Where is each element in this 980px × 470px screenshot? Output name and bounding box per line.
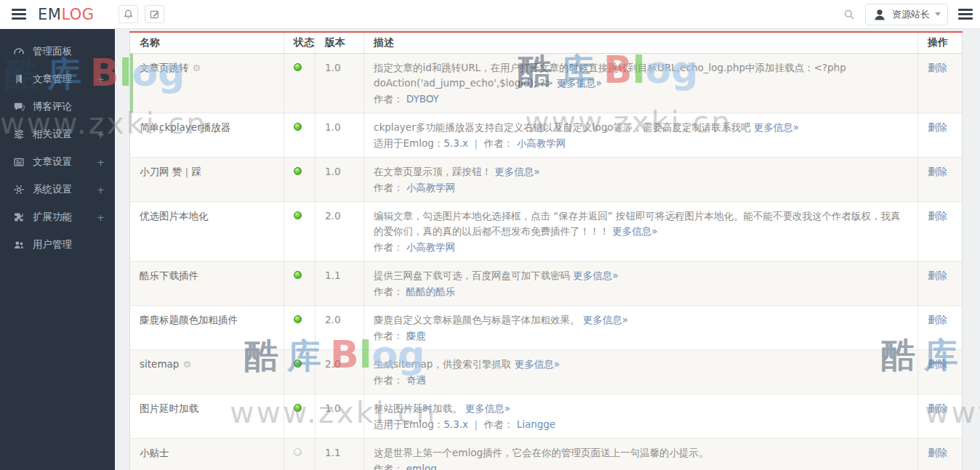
sidebar-item-article-settings[interactable]: 文章设置+: [0, 148, 115, 176]
sidebar-item-related[interactable]: 相关设置+: [0, 121, 115, 148]
control-sidebar-toggle-icon[interactable]: [958, 7, 973, 22]
dashboard-icon: [13, 46, 25, 57]
sidebar: 管理面板文章管理+博客评论相关设置+文章设置+系统设置+扩展功能+用户管理: [0, 29, 115, 470]
sidebar-item-articles[interactable]: 文章管理+: [0, 65, 115, 93]
plugin-desc-cell: 生成sitemap，供搜索引擎抓取 更多信息»作者： 奇遇: [364, 350, 918, 394]
sidebar-item-users[interactable]: 用户管理: [0, 231, 115, 259]
meta-text: 适用于Emlog：: [374, 418, 443, 430]
plugin-name-cell: 文章页跳转⚙: [130, 54, 284, 113]
plugin-status-cell: [284, 54, 316, 113]
delete-link[interactable]: 删除: [928, 210, 947, 222]
plugin-name-cell: 图片延时加载: [130, 394, 284, 439]
plugin-description: 生成sitemap，供搜索引擎抓取 更多信息»: [374, 357, 910, 372]
plugin-name-cell: 小刀网 赞｜踩: [130, 158, 284, 202]
user-menu[interactable]: 资源站长: [865, 4, 948, 25]
more-info-link[interactable]: 更多信息»: [583, 314, 628, 325]
author-link[interactable]: 小高教学网: [517, 137, 566, 149]
status-active-dot[interactable]: [294, 123, 302, 131]
status-active-dot[interactable]: [294, 271, 302, 279]
plugin-desc-cell: 指定文章的id和跳转URL，在用户打开文章的时候直接跳转到目标URL,echo_…: [364, 54, 918, 113]
plugin-name: 文章页跳转: [140, 62, 189, 73]
author-link[interactable]: 麋鹿: [406, 330, 426, 341]
plugin-name-cell: 小贴士: [130, 439, 284, 470]
plugin-settings-gear-icon[interactable]: ⚙: [182, 359, 191, 370]
author-link[interactable]: 酷酷的酷乐: [406, 285, 456, 297]
chevron-down-icon: [935, 12, 941, 16]
plugin-status-cell: [284, 394, 316, 439]
plugin-name-cell: 优选图片本地化: [130, 202, 284, 262]
sidebar-toggle-icon[interactable]: [12, 7, 26, 23]
puzzle-icon: [13, 211, 25, 223]
delete-link[interactable]: 删除: [928, 166, 947, 177]
plugin-action-cell: 删除: [918, 262, 963, 306]
author-link[interactable]: Liangge: [517, 418, 556, 430]
sidebar-item-label: 用户管理: [33, 238, 105, 251]
status-active-dot[interactable]: [294, 167, 302, 175]
sidebar-item-label: 管理面板: [33, 45, 105, 58]
status-active-dot[interactable]: [294, 404, 302, 412]
more-info-link[interactable]: 更多信息»: [612, 225, 657, 237]
plugin-status-cell: [284, 158, 316, 202]
sidebar-item-comments[interactable]: 博客评论: [0, 93, 115, 121]
plugin-name: 麋鹿标题颜色加粗插件: [140, 314, 238, 325]
plugin-desc-cell: 在文章页显示顶，踩按钮！ 更多信息»作者： 小高教学网: [364, 158, 918, 202]
delete-link[interactable]: 删除: [928, 447, 947, 458]
avatar: [872, 7, 887, 22]
plugin-desc-cell: 这是世界上第一个emlog插件，它会在你的管理页面送上一句温馨的小提示。作者： …: [364, 439, 918, 470]
delete-link[interactable]: 删除: [928, 121, 947, 133]
plugin-name: 简单ckplayer播放器: [140, 121, 230, 133]
author-link[interactable]: emlog: [406, 463, 437, 470]
sidebar-item-label: 相关设置: [33, 128, 97, 141]
sidebar-item-label: 博客评论: [33, 100, 105, 113]
more-info-link[interactable]: 更多信息»: [573, 270, 618, 281]
header-status: 状态: [284, 32, 316, 54]
author-link[interactable]: 小高教学网: [406, 241, 456, 253]
delete-link[interactable]: 删除: [928, 402, 947, 414]
status-active-dot[interactable]: [294, 360, 302, 368]
delete-link[interactable]: 删除: [928, 314, 947, 325]
plugin-action-cell: 删除: [918, 158, 963, 202]
plugin-version: 1.1: [316, 439, 364, 470]
author-link[interactable]: DYBOY: [406, 93, 439, 105]
more-info-link[interactable]: 更多信息»: [556, 77, 601, 89]
delete-link[interactable]: 删除: [928, 358, 947, 370]
search-icon[interactable]: [843, 9, 855, 20]
sidebar-item-dashboard[interactable]: 管理面板: [0, 38, 115, 65]
more-info-link[interactable]: 更多信息»: [754, 121, 799, 133]
notifications-button[interactable]: [119, 5, 138, 23]
plugin-action-cell: 删除: [918, 350, 963, 394]
bell-icon: [123, 9, 134, 20]
more-info-link[interactable]: 更多信息»: [515, 358, 560, 370]
meta-text: 作者：: [374, 463, 406, 470]
plugin-desc-cell: ckplayer多功能播放器支持自定义右键以及自定义logo等等，需要高度定制请…: [364, 113, 918, 158]
sidebar-item-extensions[interactable]: 扩展功能+: [0, 203, 115, 231]
more-info-link[interactable]: 更多信息»: [494, 166, 539, 177]
compat-version: 5.3.x: [443, 418, 468, 430]
delete-link[interactable]: 删除: [928, 270, 947, 281]
status-active-dot[interactable]: [294, 63, 302, 71]
plugin-meta: 作者： emlog: [374, 461, 910, 470]
app-logo[interactable]: EMLOG: [38, 6, 95, 23]
more-info-link[interactable]: 更多信息»: [465, 402, 510, 414]
status-active-dot[interactable]: [294, 211, 302, 219]
meta-text: 作者：: [374, 330, 406, 341]
sidebar-item-system[interactable]: 系统设置+: [0, 176, 115, 203]
status-inactive-dot[interactable]: [294, 448, 302, 456]
status-active-dot[interactable]: [294, 315, 302, 323]
meta-text: 适用于Emlog：: [374, 137, 443, 149]
new-post-button[interactable]: [145, 5, 164, 23]
author-link[interactable]: 奇遇: [406, 374, 426, 386]
plugin-name-cell: 麋鹿标题颜色加粗插件: [130, 306, 284, 350]
plugin-description: 在文章页显示顶，踩按钮！ 更多信息»: [374, 164, 910, 179]
topbar: EMLOG 资源站长: [0, 0, 980, 29]
table-row: 小贴士1.1这是世界上第一个emlog插件，它会在你的管理页面送上一句温馨的小提…: [130, 439, 963, 470]
sidebar-item-label: 文章管理: [33, 73, 97, 86]
plugin-name: 酷乐下载插件: [140, 270, 198, 281]
plugin-settings-gear-icon[interactable]: ⚙: [193, 62, 201, 73]
plugin-name-cell: 酷乐下载插件: [130, 262, 284, 306]
expand-plus-icon: +: [97, 157, 105, 168]
plugin-version: 1.1: [316, 262, 364, 306]
author-link[interactable]: 小高教学网: [406, 182, 456, 193]
plugin-name: 小刀网 赞｜踩: [140, 166, 201, 177]
delete-link[interactable]: 删除: [928, 62, 947, 73]
